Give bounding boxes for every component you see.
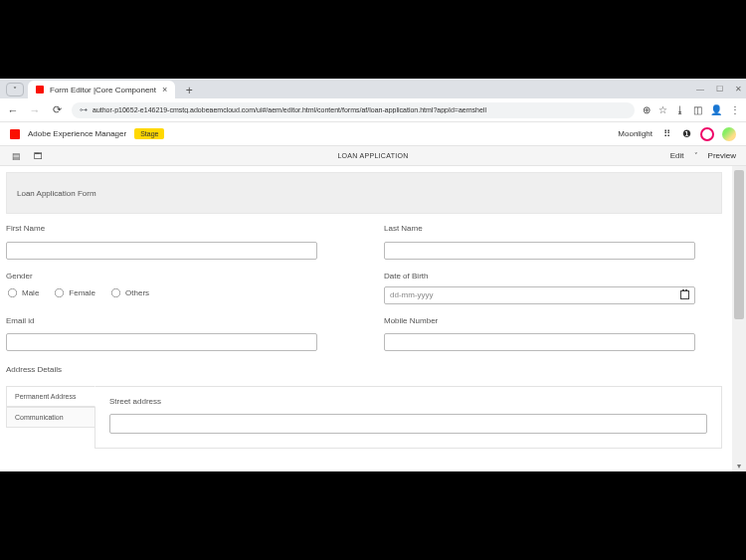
side-panel-icon[interactable]: ▤ (10, 150, 22, 162)
address-section: Permanent Address Communication Street a… (6, 386, 722, 449)
browser-tabstrip: ˅ Form Editor |Core Component × + — ☐ ✕ (0, 79, 746, 98)
notifications-icon[interactable] (700, 127, 714, 141)
download-icon[interactable]: ⭳ (675, 104, 685, 115)
row-contact: Email id Mobile Number (6, 316, 722, 352)
gender-male-option[interactable]: Male (6, 286, 39, 299)
aem-header: Adobe Experience Manager Stage Moonlight… (0, 122, 746, 146)
preview-button[interactable]: Preview (708, 151, 736, 160)
site-settings-icon[interactable]: ⊶ (80, 105, 88, 114)
scroll-thumb[interactable] (734, 170, 744, 319)
new-tab-button[interactable]: + (181, 83, 197, 98)
minimize-icon[interactable]: — (696, 85, 704, 93)
editor-canvas: Loan Application Form First Name Last Na… (0, 166, 746, 471)
dob-input[interactable]: dd-mm-yyyy (384, 286, 695, 304)
maximize-icon[interactable]: ☐ (716, 85, 723, 93)
adobe-favicon-icon (36, 86, 44, 93)
address-pane: Street address (94, 386, 722, 449)
browser-window: ˅ Form Editor |Core Component × + — ☐ ✕ … (0, 79, 746, 471)
gender-female-option[interactable]: Female (53, 286, 95, 299)
mobile-label: Mobile Number (384, 316, 722, 325)
env-badge: Stage (134, 128, 164, 139)
form-title-bar: Loan Application Form (6, 172, 722, 214)
first-name-input[interactable] (6, 242, 317, 260)
window-controls: — ☐ ✕ (696, 79, 742, 98)
browser-navbar: ← → ⟳ ⊶ author-p10652-e146219-cmstg.adob… (0, 98, 746, 122)
tab-communication-address[interactable]: Communication (6, 407, 95, 428)
gender-radiogroup: Male Female Others (6, 286, 344, 299)
last-name-input[interactable] (384, 242, 695, 260)
aem-subheader: ▤ 🗔 LOAN APPLICATION Edit ˅ Preview (0, 146, 746, 166)
scroll-down-icon[interactable]: ▾ (732, 460, 746, 471)
aem-header-icons: ⠿ ❶ (660, 127, 736, 141)
calendar-icon[interactable] (680, 290, 689, 299)
mobile-input[interactable] (384, 333, 695, 351)
tenant-label: Moonlight (618, 129, 653, 138)
apps-icon[interactable]: ⠿ (660, 128, 672, 140)
vertical-scrollbar[interactable]: ▴ ▾ (732, 166, 746, 471)
gender-label: Gender (6, 272, 344, 280)
user-avatar[interactable] (722, 127, 736, 141)
profile-icon[interactable]: 👤 (710, 104, 722, 115)
forward-icon[interactable]: → (28, 103, 42, 117)
aem-brand: Adobe Experience Manager (28, 129, 126, 138)
email-label: Email id (6, 316, 344, 325)
first-name-label: First Name (6, 224, 344, 233)
help-icon[interactable]: ❶ (680, 128, 692, 140)
form-title: Loan Application Form (17, 189, 96, 198)
form-area: Loan Application Form First Name Last Na… (0, 166, 732, 471)
adobe-logo-icon (10, 129, 20, 139)
zoom-icon[interactable]: ⊕ (643, 104, 651, 115)
mode-chevron-icon[interactable]: ˅ (694, 152, 698, 160)
last-name-label: Last Name (384, 224, 722, 233)
mode-label[interactable]: Edit (670, 151, 684, 160)
bookmark-icon[interactable]: ☆ (658, 104, 667, 115)
address-tabs: Permanent Address Communication (6, 386, 95, 449)
close-tab-icon[interactable]: × (162, 85, 167, 94)
gender-others-option[interactable]: Others (109, 286, 149, 299)
reload-icon[interactable]: ⟳ (50, 103, 64, 117)
tab-title: Form Editor |Core Component (50, 86, 156, 94)
row-name: First Name Last Name (6, 224, 722, 260)
browser-tab-active[interactable]: Form Editor |Core Component × (28, 81, 175, 98)
row-gender-dob: Gender Male Female Others Date of Birth … (6, 272, 722, 304)
navbar-right: ⊕ ☆ ⭳ ◫ 👤 ⋮ (643, 104, 740, 115)
tab-search-dropdown[interactable]: ˅ (6, 83, 24, 96)
email-input[interactable] (6, 333, 317, 351)
address-section-label: Address Details (6, 365, 722, 374)
doc-title: LOAN APPLICATION (337, 152, 408, 159)
url-bar[interactable]: ⊶ author-p10652-e146219-cmstg.adobeaemcl… (72, 102, 635, 118)
back-icon[interactable]: ← (6, 103, 20, 117)
dob-placeholder: dd-mm-yyyy (390, 290, 434, 299)
letterbox-bottom (0, 471, 746, 560)
tab-permanent-address[interactable]: Permanent Address (6, 386, 95, 407)
dob-label: Date of Birth (384, 272, 722, 280)
letterbox-top (0, 0, 746, 79)
street-label: Street address (109, 397, 707, 406)
street-input[interactable] (109, 414, 707, 434)
extensions-icon[interactable]: ◫ (693, 104, 702, 115)
browser-menu-icon[interactable]: ⋮ (730, 104, 740, 115)
url-text: author-p10652-e146219-cmstg.adobeaemclou… (93, 106, 486, 113)
close-window-icon[interactable]: ✕ (735, 85, 742, 93)
page-info-icon[interactable]: 🗔 (32, 150, 44, 162)
